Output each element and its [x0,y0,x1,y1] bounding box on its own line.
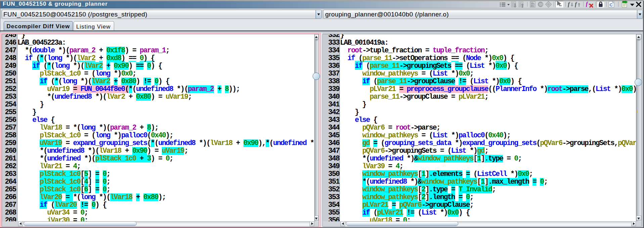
svg-text:01: 01 [531,5,534,7]
svg-text:f: f [568,1,570,7]
svg-text:f: f [575,1,578,7]
svg-text:C: C [610,2,613,7]
svg-text:f: f [586,1,588,7]
